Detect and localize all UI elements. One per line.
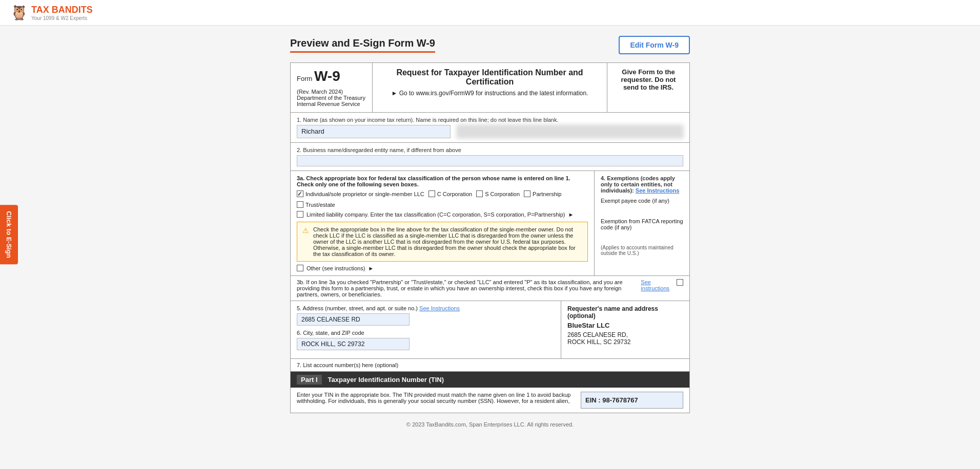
applies-note: (Applies to accounts maintained outside … [601, 245, 683, 256]
c-corp-label: C Corporation [437, 191, 472, 197]
ein-box: EIN : 98-7678767 [581, 392, 683, 409]
exemptions-title: 4. Exemptions (codes apply only to certa… [601, 175, 683, 194]
line1-label: 1. Name (as shown on your income tax ret… [297, 117, 683, 123]
line1-fields: Richard ●●●●●●●●●●●●●●●●●●●●● [297, 125, 683, 138]
warning-text: Check the appropriate box in the line ab… [313, 226, 582, 257]
section-3a-main: 3a. Check appropriate box for federal ta… [291, 171, 595, 275]
checkbox-s-corp: S Corporation [476, 190, 520, 197]
address-input[interactable]: 2685 CELANESE RD [297, 313, 410, 326]
requester-addr2: ROCK HILL, SC 29732 [567, 338, 683, 346]
see-instructions-link[interactable]: See Instructions [636, 187, 680, 194]
checkbox-partnership: Partnership [524, 190, 561, 197]
line2-label: 2. Business name/disregarded entity name… [297, 147, 683, 153]
w9-header: Form W-9 (Rev. March 2024) Department of… [291, 63, 689, 113]
llc-arrow: ► [568, 211, 574, 218]
part1-header: Part I Taxpayer Identification Number (T… [291, 372, 689, 388]
part1-content: Enter your TIN in the appropriate box. T… [291, 388, 689, 413]
see-instructions-3b[interactable]: See instructions [641, 279, 669, 291]
trust-checkbox[interactable] [297, 201, 303, 208]
s-corp-checkbox[interactable] [476, 190, 483, 197]
requester-title: Requester's name and address (optional) [567, 305, 683, 319]
checkbox-c-corp: C Corporation [428, 190, 472, 197]
part1-label: Part I [297, 375, 322, 385]
checkbox-trust: Trust/estate [297, 201, 335, 208]
partnership-label: Partnership [533, 191, 561, 197]
form-subtitle: ► Go to www.irs.gov/FormW9 for instructi… [381, 90, 599, 97]
individual-checkbox[interactable]: ✓ [297, 190, 303, 197]
other-label: Other (see instructions) [307, 265, 365, 271]
form-label: Form [297, 75, 312, 82]
address-left: 5. Address (number, street, and apt. or … [291, 301, 561, 358]
name-input[interactable]: Richard [297, 125, 451, 138]
s-corp-label: S Corporation [485, 191, 520, 197]
c-corp-checkbox[interactable] [428, 190, 435, 197]
form-dept1: Department of the Treasury [297, 95, 366, 101]
city-input[interactable]: ROCK HILL, SC 29732 [297, 338, 410, 350]
header: 🦉 TAX BANDITS Your 1099 & W2 Experts [0, 0, 980, 26]
logo-area: 🦉 TAX BANDITS Your 1099 & W2 Experts [10, 4, 93, 21]
w9-right: Give Form to the requester. Do not send … [607, 63, 689, 112]
part1-text: Enter your TIN in the appropriate box. T… [297, 392, 575, 409]
exemptions-section: 4. Exemptions (codes apply only to certa… [595, 171, 689, 275]
individual-label: Individual/sole proprietor or single-mem… [305, 191, 424, 197]
form-rev: (Rev. March 2024) [297, 89, 366, 95]
requester-addr1: 2685 CELANESE RD, [567, 331, 683, 338]
requester-name: BlueStar LLC [567, 322, 683, 329]
exempt-payee-label: Exempt payee code (if any) [601, 198, 683, 204]
form-main-title: Request for Taxpayer Identification Numb… [381, 68, 599, 87]
warning-icon: ⚠ [302, 226, 309, 257]
w9-center: Request for Taxpayer Identification Numb… [373, 63, 607, 112]
section-3b-checkbox[interactable] [677, 279, 683, 286]
checkbox-row-1: ✓ Individual/sole proprietor or single-m… [297, 190, 588, 208]
section-3b-text: 3b. If on line 3a you checked "Partnersh… [297, 279, 638, 297]
warning-box: ⚠ Check the appropriate box in the line … [297, 222, 588, 262]
line2-section: 2. Business name/disregarded entity name… [291, 143, 689, 171]
other-checkbox[interactable] [297, 265, 303, 271]
logo-text: TAX BANDITS [31, 5, 93, 15]
main-content: Preview and E-Sign Form W-9 Edit Form W-… [280, 26, 700, 446]
partnership-checkbox[interactable] [524, 190, 530, 197]
address-section: 5. Address (number, street, and apt. or … [291, 301, 689, 359]
fatca-label: Exemption from FATCA reporting code (if … [601, 218, 683, 230]
email-input: ●●●●●●●●●●●●●●●●●●●●● [457, 125, 683, 138]
form-name: W-9 [314, 68, 340, 84]
llc-row: Limited liability company. Enter the tax… [297, 211, 588, 218]
other-row: Other (see instructions) ► [297, 265, 588, 271]
page-title: Preview and E-Sign Form W-9 [290, 37, 435, 53]
section-3a: 3a. Check appropriate box for federal ta… [291, 171, 689, 276]
line2-input[interactable] [297, 155, 683, 166]
form-dept2: Internal Revenue Service [297, 101, 366, 107]
edit-form-button[interactable]: Edit Form W-9 [619, 36, 690, 54]
address-right: Requester's name and address (optional) … [561, 301, 689, 358]
other-arrow: ► [368, 265, 374, 271]
line5-label: 5. Address (number, street, and apt. or … [297, 305, 555, 311]
logo-icon: 🦉 [10, 4, 28, 21]
page-title-row: Preview and E-Sign Form W-9 Edit Form W-… [290, 36, 690, 54]
checkbox-individual: ✓ Individual/sole proprietor or single-m… [297, 190, 424, 197]
esign-button[interactable]: Click to E-Sign [0, 205, 18, 264]
llc-checkbox[interactable] [297, 211, 303, 218]
footer: © 2023 TaxBandits.com, Span Enterprises … [290, 413, 690, 436]
see-instructions-5[interactable]: See Instructions [419, 305, 460, 311]
line1-section: 1. Name (as shown on your income tax ret… [291, 113, 689, 143]
llc-label: Limited liability company. Enter the tax… [307, 211, 565, 218]
trust-label: Trust/estate [305, 202, 335, 208]
part1-title: Taxpayer Identification Number (TIN) [328, 376, 444, 383]
line7-label: 7. List account number(s) here (optional… [297, 362, 398, 368]
form-container: Form W-9 (Rev. March 2024) Department of… [290, 62, 690, 413]
section-3b: 3b. If on line 3a you checked "Partnersh… [291, 276, 689, 301]
account-row: 7. List account number(s) here (optional… [291, 359, 689, 372]
w9-left: Form W-9 (Rev. March 2024) Department of… [291, 63, 373, 112]
section-3a-label: 3a. Check appropriate box for federal ta… [297, 175, 588, 187]
line6-label: 6. City, state, and ZIP code [297, 330, 555, 336]
logo-sub: Your 1099 & W2 Experts [31, 15, 93, 21]
